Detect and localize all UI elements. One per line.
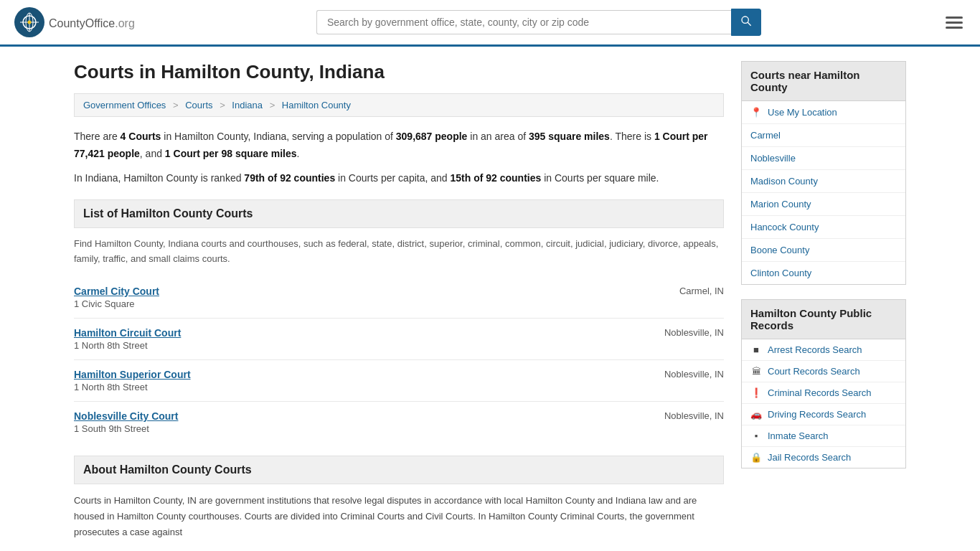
rank-capita: 79th of 92 counties bbox=[244, 172, 335, 184]
pub-rec-item[interactable]: 🔒 Jail Records Search bbox=[742, 447, 905, 468]
public-records-header: Hamilton County Public Records bbox=[741, 299, 906, 339]
nearby-link[interactable]: Hancock County bbox=[750, 222, 819, 232]
pub-rec-icon: ▪ bbox=[750, 430, 762, 441]
about-section-header: About Hamilton County Courts bbox=[74, 456, 724, 484]
pub-rec-item[interactable]: ■ Arrest Records Search bbox=[742, 339, 905, 361]
pub-rec-icon: ■ bbox=[750, 344, 762, 355]
pub-rec-icon: 🔒 bbox=[750, 452, 762, 463]
court-city: Noblesville, IN bbox=[664, 369, 724, 380]
pub-rec-icon: 🚗 bbox=[750, 409, 762, 420]
public-records-list: ■ Arrest Records Search 🏛 Court Records … bbox=[741, 339, 906, 468]
pub-rec-item[interactable]: 🚗 Driving Records Search bbox=[742, 404, 905, 425]
stats-paragraph-1: There are 4 Courts in Hamilton County, I… bbox=[74, 128, 724, 163]
pub-rec-link[interactable]: Arrest Records Search bbox=[768, 344, 862, 355]
courts-count: 4 Courts bbox=[121, 131, 161, 142]
logo[interactable]: CountyOffice.org bbox=[14, 7, 135, 37]
nearby-link[interactable]: Boone County bbox=[750, 245, 809, 255]
court-name[interactable]: Hamilton Circuit Court bbox=[74, 327, 181, 339]
page-title: Courts in Hamilton County, Indiana bbox=[74, 61, 724, 83]
location-pin-icon: 📍 bbox=[750, 107, 762, 118]
breadcrumb-hamilton-county[interactable]: Hamilton County bbox=[282, 100, 351, 110]
nearby-list-item[interactable]: Boone County bbox=[742, 239, 905, 262]
court-address: 1 North 8th Street bbox=[74, 340, 181, 351]
svg-line-7 bbox=[748, 22, 751, 26]
nearby-list-item[interactable]: 📍Use My Location bbox=[742, 101, 905, 124]
content-area: Courts in Hamilton County, Indiana Gover… bbox=[74, 61, 724, 540]
pub-rec-link[interactable]: Court Records Search bbox=[768, 366, 860, 377]
logo-text: CountyOffice.org bbox=[49, 14, 135, 31]
rank-area: 15th of 92 counties bbox=[450, 172, 541, 184]
population: 309,687 people bbox=[396, 131, 468, 142]
breadcrumb-indiana[interactable]: Indiana bbox=[232, 100, 263, 110]
nearby-link[interactable]: Madison County bbox=[750, 176, 818, 187]
court-item: Hamilton Superior Court 1 North 8th Stre… bbox=[74, 360, 724, 402]
court-item: Noblesville City Court 1 South 9th Stree… bbox=[74, 402, 724, 443]
nearby-list: 📍Use My LocationCarmelNoblesvilleMadison… bbox=[741, 101, 906, 285]
court-address: 1 North 8th Street bbox=[74, 382, 191, 392]
courts-list: Carmel City Court 1 Civic Square Carmel,… bbox=[74, 277, 724, 443]
court-name[interactable]: Noblesville City Court bbox=[74, 410, 178, 422]
pub-rec-icon: ❗ bbox=[750, 387, 762, 398]
search-area bbox=[316, 9, 761, 36]
per-area: 1 Court per 98 square miles bbox=[165, 148, 297, 159]
nearby-list-item[interactable]: Clinton County bbox=[742, 262, 905, 284]
nearby-section: Courts near Hamilton County 📍Use My Loca… bbox=[741, 61, 906, 285]
court-list-description: Find Hamilton County, Indiana courts and… bbox=[74, 237, 724, 267]
court-address: 1 South 9th Street bbox=[74, 423, 178, 434]
sidebar: Courts near Hamilton County 📍Use My Loca… bbox=[741, 61, 906, 540]
breadcrumb: Government Offices > Courts > Indiana > … bbox=[74, 93, 724, 117]
public-records-section: Hamilton County Public Records ■ Arrest … bbox=[741, 299, 906, 468]
stats-paragraph-2: In Indiana, Hamilton County is ranked 79… bbox=[74, 170, 724, 187]
pub-rec-link[interactable]: Criminal Records Search bbox=[768, 387, 872, 398]
logo-icon bbox=[14, 7, 44, 37]
nearby-list-item[interactable]: Carmel bbox=[742, 124, 905, 147]
nearby-list-item[interactable]: Madison County bbox=[742, 170, 905, 193]
nearby-link[interactable]: Noblesville bbox=[750, 153, 796, 164]
court-city: Noblesville, IN bbox=[664, 410, 724, 421]
search-input[interactable] bbox=[316, 10, 731, 34]
nearby-link[interactable]: Use My Location bbox=[768, 107, 837, 118]
pub-rec-link[interactable]: Jail Records Search bbox=[768, 452, 851, 463]
court-name[interactable]: Carmel City Court bbox=[74, 286, 159, 297]
court-item: Carmel City Court 1 Civic Square Carmel,… bbox=[74, 277, 724, 319]
court-item: Hamilton Circuit Court 1 North 8th Stree… bbox=[74, 319, 724, 360]
menu-button[interactable] bbox=[943, 14, 966, 32]
list-section-header: List of Hamilton County Courts bbox=[74, 199, 724, 228]
nearby-link[interactable]: Marion County bbox=[750, 199, 811, 209]
breadcrumb-gov-offices[interactable]: Government Offices bbox=[83, 100, 166, 110]
nearby-link[interactable]: Carmel bbox=[750, 130, 781, 141]
court-city: Noblesville, IN bbox=[664, 327, 724, 338]
pub-rec-link[interactable]: Driving Records Search bbox=[768, 409, 866, 420]
main-container: Courts in Hamilton County, Indiana Gover… bbox=[60, 47, 920, 551]
nearby-list-item[interactable]: Marion County bbox=[742, 193, 905, 216]
svg-point-5 bbox=[28, 21, 32, 24]
pub-rec-link[interactable]: Inmate Search bbox=[768, 430, 829, 441]
svg-point-6 bbox=[742, 17, 748, 23]
nearby-list-item[interactable]: Hancock County bbox=[742, 216, 905, 239]
search-button[interactable] bbox=[731, 9, 761, 36]
pub-rec-item[interactable]: ▪ Inmate Search bbox=[742, 425, 905, 447]
about-text: Courts in Hamilton County, IN are govern… bbox=[74, 493, 724, 540]
area: 395 square miles bbox=[529, 131, 610, 142]
court-address: 1 Civic Square bbox=[74, 298, 159, 309]
nearby-list-item[interactable]: Noblesville bbox=[742, 147, 905, 170]
breadcrumb-courts[interactable]: Courts bbox=[185, 100, 212, 110]
court-name[interactable]: Hamilton Superior Court bbox=[74, 369, 191, 380]
pub-rec-item[interactable]: 🏛 Court Records Search bbox=[742, 361, 905, 382]
pub-rec-icon: 🏛 bbox=[750, 366, 762, 377]
site-header: CountyOffice.org bbox=[0, 0, 980, 47]
nearby-link[interactable]: Clinton County bbox=[750, 268, 811, 278]
nearby-header: Courts near Hamilton County bbox=[741, 61, 906, 101]
pub-rec-item[interactable]: ❗ Criminal Records Search bbox=[742, 382, 905, 404]
court-city: Carmel, IN bbox=[679, 286, 724, 296]
